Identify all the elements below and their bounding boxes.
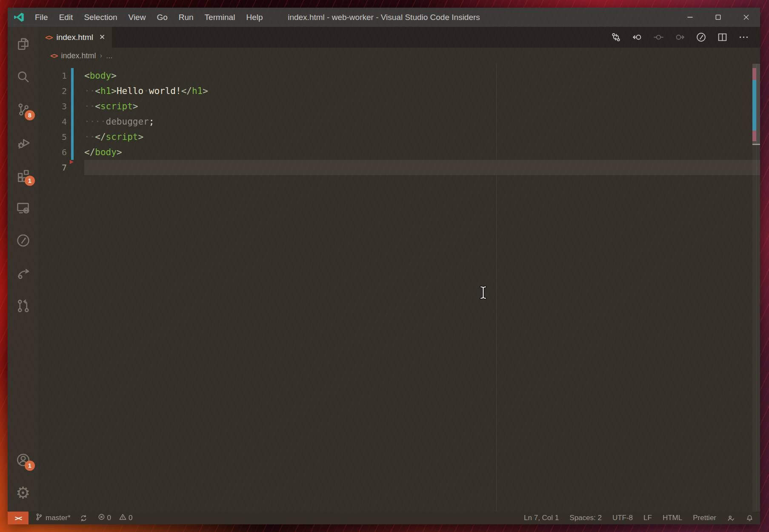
github-pull-requests-icon[interactable] [9, 292, 37, 319]
vscode-window: FileEditSelectionViewGoRunTerminalHelp i… [8, 8, 760, 524]
menu-run[interactable]: Run [173, 8, 199, 27]
status-bar: >< master* 0 0 Ln 7, Col 1Spaces: 2UTF-8… [8, 512, 760, 524]
remote-indicator[interactable]: >< [8, 512, 29, 524]
search-icon[interactable] [9, 63, 37, 90]
git-branch-status[interactable]: master* [35, 513, 71, 523]
formatter[interactable]: Prettier [693, 514, 716, 522]
chevron-right-icon: › [100, 51, 103, 60]
activity-bar: 811⚙ [8, 27, 38, 512]
code-line-5[interactable]: 5··</script> [38, 129, 760, 145]
line-number[interactable]: 3 [38, 99, 67, 114]
tab-bar: <> index.html ✕ [38, 27, 760, 48]
line-number[interactable]: 5 [38, 129, 67, 145]
vscode-insiders-logo [13, 11, 25, 23]
split-editor-icon[interactable] [717, 31, 728, 43]
window-controls [676, 8, 760, 27]
editor-group: <> index.html ✕ <> index.html › ... 1<bo… [38, 27, 760, 512]
eol-selector[interactable]: LF [643, 514, 652, 522]
warning-icon [119, 513, 127, 523]
open-changes-icon[interactable] [610, 31, 622, 43]
error-icon [97, 513, 106, 523]
run-and-debug-icon[interactable] [9, 128, 37, 156]
encoding[interactable]: UTF-8 [612, 514, 633, 522]
line-number[interactable]: 1 [38, 68, 67, 83]
overview-modified-mark [752, 80, 756, 131]
line-number[interactable]: 4 [38, 114, 67, 129]
code-text: ··</script> [84, 129, 143, 145]
settings-gear-icon[interactable]: ⚙ [9, 479, 37, 506]
overview-deleted-mark [752, 68, 756, 80]
notifications-bell-icon[interactable] [746, 514, 754, 522]
language-mode[interactable]: HTML [663, 514, 682, 522]
line-number[interactable]: 6 [38, 145, 67, 160]
git-branch-icon [35, 513, 43, 523]
run-preview-icon[interactable] [9, 227, 37, 254]
code-line-7[interactable]: 7 [38, 160, 760, 175]
menu-go[interactable]: Go [151, 8, 173, 27]
minimize-button[interactable] [676, 8, 704, 27]
code-text: ··<h1>Hello·world!</h1> [84, 83, 208, 99]
menu-selection[interactable]: Selection [78, 8, 123, 27]
code-line-6[interactable]: 6</body> [38, 145, 760, 160]
breadcrumb-symbol[interactable]: ... [106, 51, 112, 60]
git-deleted-gutter [70, 160, 74, 164]
editor-scrollbar[interactable] [752, 64, 760, 512]
scrollbar-slider[interactable] [752, 64, 760, 145]
next-change-icon[interactable] [674, 31, 686, 43]
error-count: 0 [107, 514, 111, 522]
explorer-icon[interactable] [9, 30, 37, 57]
indentation[interactable]: Spaces: 2 [569, 514, 602, 522]
menu-file[interactable]: File [29, 8, 54, 27]
cursor-position[interactable]: Ln 7, Col 1 [524, 514, 559, 522]
code-line-1[interactable]: 1<body> [38, 68, 760, 83]
code-text: ····debugger; [84, 114, 154, 129]
menu-edit[interactable]: Edit [54, 8, 79, 27]
html-file-icon: <> [50, 51, 57, 60]
problems-status[interactable]: 0 0 [97, 513, 133, 523]
run-or-debug-icon[interactable] [695, 31, 707, 43]
badge-count: 1 [25, 461, 35, 471]
breadcrumb-file[interactable]: index.html [61, 51, 96, 60]
badge-count: 8 [25, 110, 35, 120]
extensions-icon[interactable]: 1 [9, 161, 37, 188]
menu-terminal[interactable]: Terminal [199, 8, 241, 27]
mouse-ibeam-cursor [480, 286, 487, 299]
tab-index-html[interactable]: <> index.html ✕ [38, 27, 112, 48]
source-control-icon[interactable]: 8 [9, 96, 37, 123]
badge-count: 1 [25, 176, 35, 186]
close-button[interactable] [732, 8, 760, 27]
overview-deleted-mark [752, 131, 756, 141]
title-bar: FileEditSelectionViewGoRunTerminalHelp i… [8, 8, 760, 27]
code-line-4[interactable]: 4····debugger; [38, 114, 760, 129]
warning-count: 0 [129, 514, 132, 522]
menu-view[interactable]: View [123, 8, 152, 27]
more-actions-icon[interactable] [738, 31, 749, 43]
deploy-icon[interactable] [9, 259, 37, 287]
sync-button[interactable] [80, 514, 88, 522]
code-line-3[interactable]: 3··<script> [38, 99, 760, 114]
code-text: </body> [84, 145, 122, 160]
tab-label: index.html [56, 33, 93, 42]
tab-close-icon[interactable]: ✕ [99, 33, 105, 42]
accounts-icon[interactable]: 1 [9, 446, 37, 473]
html-file-icon: <> [45, 33, 52, 42]
menu-bar: FileEditSelectionViewGoRunTerminalHelp [29, 8, 269, 27]
line-number[interactable]: 2 [38, 83, 67, 99]
code-editor[interactable]: 1<body>2··<h1>Hello·world!</h1>3··<scrip… [38, 64, 760, 512]
current-change-icon[interactable] [653, 31, 664, 43]
git-modified-gutter [71, 68, 74, 160]
code-text: ··<script> [84, 99, 138, 114]
maximize-button[interactable] [704, 8, 732, 27]
code-line-2[interactable]: 2··<h1>Hello·world!</h1> [38, 83, 760, 99]
editor-actions [610, 27, 760, 48]
previous-change-icon[interactable] [632, 31, 643, 43]
feedback-icon[interactable] [727, 514, 735, 522]
line-number[interactable]: 7 [38, 160, 67, 175]
remote-explorer-icon[interactable] [9, 194, 37, 221]
code-text: <body> [84, 68, 117, 83]
breadcrumbs: <> index.html › ... [38, 48, 760, 64]
menu-help[interactable]: Help [240, 8, 268, 27]
